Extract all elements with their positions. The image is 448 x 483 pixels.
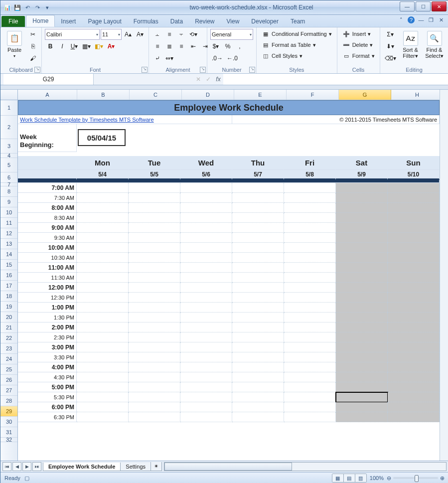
formula-input[interactable] xyxy=(223,74,448,85)
grid-cell-E10[interactable] xyxy=(232,203,284,213)
cell-styles-button[interactable]: ◫Cell Styles▾ xyxy=(260,51,334,61)
align-top-icon[interactable]: ⫠ xyxy=(152,29,163,40)
grid-cell-F13[interactable] xyxy=(284,233,336,243)
grid-cell-H26[interactable] xyxy=(388,362,440,372)
grid-cell-E15[interactable] xyxy=(232,253,284,263)
grid-cell-G10[interactable] xyxy=(336,203,388,213)
grid-cell-B11[interactable] xyxy=(77,213,129,223)
tab-formulas[interactable]: Formulas xyxy=(128,16,164,27)
row-header-4[interactable]: 4 xyxy=(0,154,17,158)
grid-cell-D9[interactable] xyxy=(180,193,232,203)
grid-cell-C12[interactable] xyxy=(129,223,180,233)
tab-team[interactable]: Team xyxy=(285,16,311,27)
tab-nav-next-icon[interactable]: ▶ xyxy=(22,462,31,471)
tab-data[interactable]: Data xyxy=(164,16,189,27)
week-beginning-label[interactable]: WeekBeginning: xyxy=(18,124,77,152)
grid-cell-G18[interactable] xyxy=(336,283,388,293)
zoom-slider[interactable] xyxy=(393,477,438,479)
grid-cell-F26[interactable] xyxy=(284,362,336,372)
row-header-11[interactable]: 11 xyxy=(0,218,17,228)
percent-icon[interactable]: % xyxy=(222,41,233,52)
paste-button[interactable]: 📋 Paste ▾ xyxy=(3,29,25,58)
row-header-28[interactable]: 28 xyxy=(0,396,17,406)
grid-cell-C30[interactable] xyxy=(129,402,180,412)
row-header-16[interactable]: 16 xyxy=(0,270,17,281)
number-dialog-icon[interactable]: ↘ xyxy=(249,67,255,73)
day-header-thu[interactable]: Thu xyxy=(232,156,284,170)
grid-cell-E21[interactable] xyxy=(232,313,284,322)
day-header-tue[interactable]: Tue xyxy=(129,156,180,170)
grid-cell-H14[interactable] xyxy=(388,243,440,253)
number-format-combo[interactable]: General▾ xyxy=(210,29,253,40)
row-header-20[interactable]: 20 xyxy=(0,312,17,322)
alignment-dialog-icon[interactable]: ↘ xyxy=(200,67,206,73)
grid-cell-B13[interactable] xyxy=(77,233,129,243)
tab-home[interactable]: Home xyxy=(26,15,55,27)
day-header-sun[interactable]: Sun xyxy=(388,156,440,170)
grid-cell-D29[interactable] xyxy=(180,392,232,402)
grid-cell-B25[interactable] xyxy=(77,352,129,362)
col-header-A[interactable]: A xyxy=(18,90,77,100)
time-label-25[interactable]: 3:30 PM xyxy=(18,352,77,362)
grid-cell-G17[interactable] xyxy=(336,273,388,283)
time-label-26[interactable]: 4:00 PM xyxy=(18,362,77,372)
grid-cell-E23[interactable] xyxy=(232,332,284,342)
align-bottom-icon[interactable]: ⫟ xyxy=(176,29,187,40)
grid-cell-C19[interactable] xyxy=(129,293,180,303)
currency-icon[interactable]: $▾ xyxy=(210,41,221,52)
row-header-22[interactable]: 22 xyxy=(0,333,17,343)
grid-cell-G24[interactable] xyxy=(336,342,388,352)
grid-cell-G29[interactable] xyxy=(336,392,388,402)
tab-view[interactable]: View xyxy=(221,16,246,27)
grid-cell-F16[interactable] xyxy=(284,263,336,273)
grid-cell-G12[interactable] xyxy=(336,223,388,233)
grid-cell-F31[interactable] xyxy=(284,412,336,422)
grid-cell-B8[interactable] xyxy=(77,183,129,193)
grid-cell-D30[interactable] xyxy=(180,402,232,412)
zoom-out-icon[interactable]: ⊖ xyxy=(387,475,391,482)
grid-cell-H9[interactable] xyxy=(388,193,440,203)
grid-cell-E13[interactable] xyxy=(232,233,284,243)
grid-cell-D21[interactable] xyxy=(180,313,232,322)
grid-cell-G25[interactable] xyxy=(336,352,388,362)
horizontal-scrollbar[interactable] xyxy=(164,462,447,471)
col-header-D[interactable]: D xyxy=(182,90,234,100)
time-label-12[interactable]: 9:00 AM xyxy=(18,223,77,233)
grid-cell-H21[interactable] xyxy=(388,313,440,322)
grid-cell-H10[interactable] xyxy=(388,203,440,213)
grid-cell-C8[interactable] xyxy=(129,183,180,193)
grid-cell-E20[interactable] xyxy=(232,303,284,313)
grid-cell-H18[interactable] xyxy=(388,283,440,293)
sheet-tab-settings[interactable]: Settings xyxy=(120,463,151,471)
col-header-E[interactable]: E xyxy=(234,90,287,100)
find-select-button[interactable]: 🔍 Find & Select▾ xyxy=(424,29,446,59)
minimize-ribbon-icon[interactable]: ˄ xyxy=(398,16,405,23)
row-header-32[interactable]: 32 xyxy=(0,438,17,442)
grid-cell-D31[interactable] xyxy=(180,412,232,422)
grid-cell-D15[interactable] xyxy=(180,253,232,263)
grid-cell-F17[interactable] xyxy=(284,273,336,283)
grid-cell-D14[interactable] xyxy=(180,243,232,253)
view-normal-icon[interactable]: ▦ xyxy=(332,474,344,482)
grid-cell-D20[interactable] xyxy=(180,303,232,313)
grid-cell-C23[interactable] xyxy=(129,332,180,342)
grid-cell-G19[interactable] xyxy=(336,293,388,303)
orientation-icon[interactable]: ⟲▾ xyxy=(188,29,199,40)
time-label-17[interactable]: 11:30 AM xyxy=(18,273,77,283)
grid-cell-D12[interactable] xyxy=(180,223,232,233)
time-label-24[interactable]: 3:00 PM xyxy=(18,342,77,352)
grid-cell-D18[interactable] xyxy=(180,283,232,293)
grid-cell-B19[interactable] xyxy=(77,293,129,303)
grid-cell-B17[interactable] xyxy=(77,273,129,283)
row-header-26[interactable]: 26 xyxy=(0,375,17,385)
bold-button[interactable]: B xyxy=(45,41,56,52)
comma-icon[interactable]: , xyxy=(234,41,245,52)
grid-cell-E19[interactable] xyxy=(232,293,284,303)
time-label-16[interactable]: 11:00 AM xyxy=(18,263,77,273)
grid-cell-D26[interactable] xyxy=(180,362,232,372)
grid-cell-G31[interactable] xyxy=(336,412,388,422)
zoom-in-icon[interactable]: ⊕ xyxy=(440,475,445,482)
row-header-9[interactable]: 9 xyxy=(0,197,17,207)
grid-cell-G27[interactable] xyxy=(336,372,388,382)
row-header-18[interactable]: 18 xyxy=(0,291,17,302)
